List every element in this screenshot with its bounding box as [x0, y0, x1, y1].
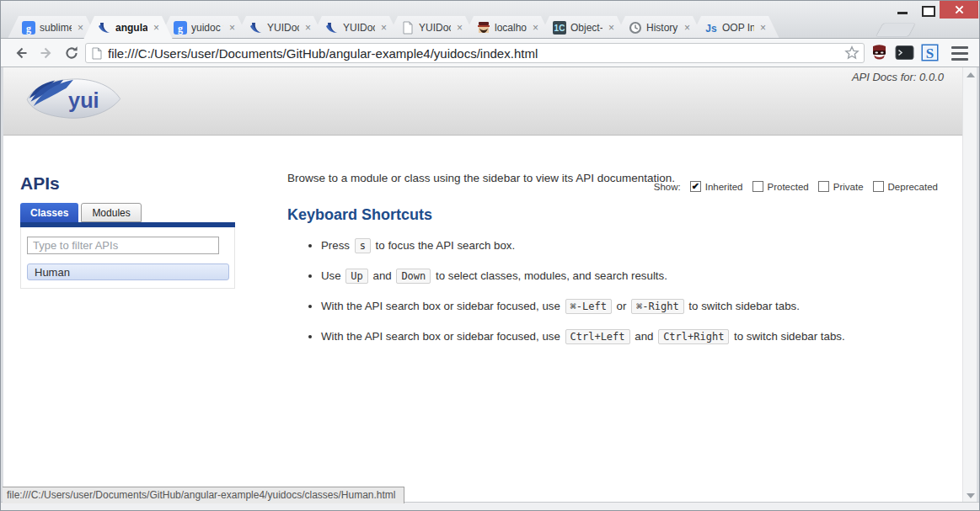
checkbox-label: Deprecated: [888, 182, 938, 192]
tab-close-icon[interactable]: ×: [455, 22, 464, 34]
tab-label: YUIDoc: [343, 22, 375, 34]
yui-logo[interactable]: yui: [24, 76, 123, 125]
minimize-button[interactable]: [891, 1, 915, 19]
kbd-key: s: [355, 238, 371, 253]
shortcut-item: With the API search box or sidebar focus…: [321, 327, 845, 346]
show-label: Show:: [654, 182, 681, 192]
tab-label: OOP In: [722, 22, 754, 34]
api-sidebar: APIs ClassesModules Human: [20, 173, 281, 289]
filter-checkbox-deprecated[interactable]: Deprecated: [873, 181, 938, 192]
s-icon[interactable]: S: [920, 43, 940, 62]
tab-close-icon[interactable]: ×: [683, 22, 692, 34]
filter-checkbox-private[interactable]: Private: [818, 181, 864, 192]
page-viewport: yui API Docs for: 0.0.0 APIs ClassesModu…: [3, 67, 977, 503]
google-icon: g: [174, 21, 187, 35]
shortcut-item: Use Up and Down to select classes, modul…: [321, 267, 845, 285]
tab-close-icon[interactable]: ×: [379, 22, 388, 34]
mask-icon[interactable]: [870, 43, 889, 62]
show-options: Show: ✔InheritedProtectedPrivateDeprecat…: [654, 181, 938, 192]
checkbox-icon[interactable]: [873, 181, 884, 192]
extension-icons: S: [870, 43, 940, 62]
close-icon: [955, 5, 964, 14]
sidebar-tab-modules[interactable]: Modules: [81, 203, 141, 222]
svg-text:1C: 1C: [554, 24, 565, 33]
tab-close-icon[interactable]: ×: [758, 22, 768, 34]
tab-label: Object-: [570, 22, 602, 34]
kbd-key: Ctrl+Left: [565, 329, 630, 344]
filter-checkbox-inherited[interactable]: ✔Inherited: [690, 181, 743, 192]
svg-text:yui: yui: [68, 88, 99, 112]
sidebar-panel: Human: [20, 227, 235, 289]
page-icon: [92, 47, 102, 60]
bookmark-star-icon[interactable]: [843, 45, 860, 61]
filter-checkbox-protected[interactable]: Protected: [752, 181, 809, 192]
scroll-down-icon[interactable]: [967, 493, 975, 498]
tab-close-icon[interactable]: ×: [228, 22, 237, 34]
tab-close-icon[interactable]: ×: [152, 22, 161, 34]
tab-label: yuidoc v: [191, 22, 223, 34]
tab-close-icon[interactable]: ×: [607, 22, 616, 34]
terminal-icon[interactable]: [895, 43, 914, 62]
sidebar-tabs: ClassesModules: [20, 203, 281, 222]
browser-window: gsublime×angular-×gyuidoc v×YUIDoc×YUIDo…: [0, 0, 980, 511]
shortcut-list: Press s to focus the API search box.Use …: [307, 237, 845, 358]
main-content: Browse to a module or class using the si…: [287, 136, 963, 503]
svg-text:Js: Js: [705, 22, 717, 34]
back-icon: [13, 45, 29, 61]
tab-close-icon[interactable]: ×: [303, 22, 313, 34]
checkbox-icon[interactable]: ✔: [690, 181, 701, 192]
browser-tab[interactable]: angular-×: [83, 16, 173, 40]
yui-icon: [98, 21, 111, 35]
svg-text:g: g: [26, 22, 31, 34]
forward-button[interactable]: [35, 42, 58, 64]
api-list-item[interactable]: Human: [27, 263, 229, 280]
tab-label: YUIDoc: [419, 22, 451, 34]
google-icon: g: [22, 21, 35, 35]
kbd-key: Down: [396, 269, 431, 284]
forward-icon: [38, 45, 55, 61]
kbd-key: ⌘-Left: [565, 299, 612, 314]
tab-label: YUIDoc: [267, 22, 299, 34]
menu-button[interactable]: [948, 45, 972, 61]
tab-close-icon[interactable]: ×: [531, 22, 540, 34]
kbd-key: ⌘-Right: [631, 299, 684, 314]
tab-label: History: [646, 22, 678, 34]
scroll-up-icon[interactable]: [967, 72, 975, 77]
shortcut-item: With the API search box or sidebar focus…: [321, 297, 845, 316]
tab-label: angular-: [115, 22, 147, 34]
kbd-key: Ctrl+Right: [658, 329, 729, 344]
checkbox-label: Protected: [768, 182, 809, 192]
svg-text:S: S: [926, 45, 934, 61]
yui-icon: [249, 21, 263, 35]
window-controls: [891, 1, 978, 19]
shortcuts-title: Keyboard Shortcuts: [287, 206, 432, 224]
sidebar-title: APIs: [20, 173, 281, 194]
page-scrollbar[interactable]: [962, 67, 977, 503]
titlebar[interactable]: gsublime×angular-×gyuidoc v×YUIDoc×YUIDo…: [1, 1, 979, 39]
checkbox-icon[interactable]: [752, 181, 763, 192]
api-filter-input[interactable]: [27, 237, 219, 254]
api-list: Human: [27, 263, 228, 280]
close-button[interactable]: [940, 1, 978, 19]
reload-button[interactable]: [60, 42, 83, 64]
mustache-icon: [477, 21, 490, 35]
tab-label: sublime: [40, 22, 72, 34]
shortcut-item: Press s to focus the API search box.: [321, 237, 845, 255]
api-version-label: API Docs for: 0.0.0: [852, 71, 944, 83]
status-bar: file:///C:/Users/user/Documents/GitHub/a…: [3, 487, 404, 503]
checkbox-icon[interactable]: [818, 181, 829, 192]
checkbox-label: Inherited: [705, 182, 743, 192]
address-bar[interactable]: file:///C:/Users/user/Documents/GitHub/a…: [85, 43, 865, 63]
url-text[interactable]: file:///C:/Users/user/Documents/GitHub/a…: [108, 46, 843, 61]
checkbox-label: Private: [833, 182, 864, 192]
svg-text:g: g: [178, 22, 183, 34]
sidebar-tab-classes[interactable]: Classes: [20, 203, 78, 222]
history-icon: [629, 21, 642, 35]
maximize-button[interactable]: [915, 1, 940, 19]
kbd-key: Up: [345, 269, 367, 284]
browser-toolbar: file:///C:/Users/user/Documents/GitHub/a…: [1, 39, 979, 67]
new-tab-button[interactable]: [876, 24, 915, 36]
back-button[interactable]: [9, 42, 33, 64]
hamburger-icon: [951, 46, 968, 49]
intro-text: Browse to a module or class using the si…: [287, 172, 675, 184]
